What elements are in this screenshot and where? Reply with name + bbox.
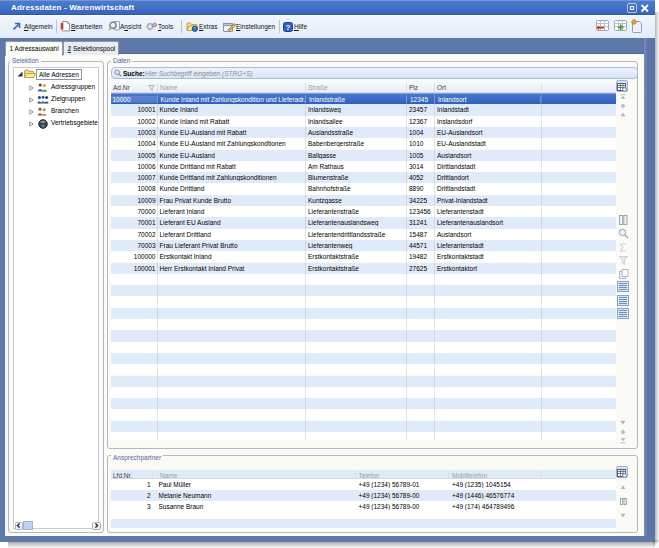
svg-text:?: ?: [286, 22, 291, 31]
